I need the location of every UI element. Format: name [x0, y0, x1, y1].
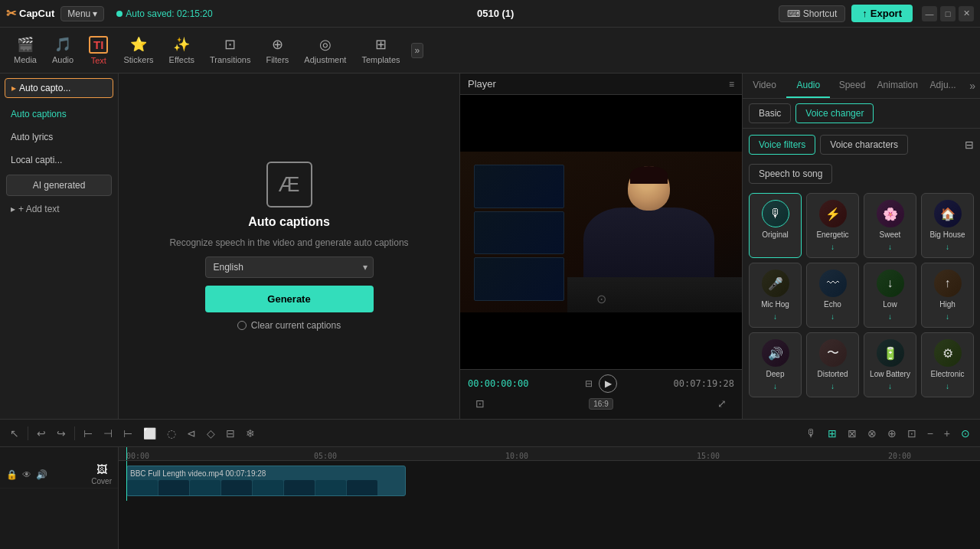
toolbar-more-button[interactable]: » — [411, 43, 424, 58]
voice-characters-button[interactable]: Voice characters — [820, 135, 908, 155]
tool-filters[interactable]: ⊕ Filters — [258, 33, 296, 67]
resize-icon[interactable]: ⊡ — [475, 397, 485, 410]
speech-to-song-button[interactable]: Speech to song — [749, 164, 832, 184]
tool-templates[interactable]: ⊞ Templates — [354, 33, 407, 67]
distorted-download-icon[interactable]: ↓ — [831, 382, 835, 391]
list-view-icon[interactable]: ⊟ — [585, 378, 593, 389]
separator1 — [28, 426, 28, 440]
mic-hog-download-icon[interactable]: ↓ — [773, 312, 777, 321]
big-house-download-icon[interactable]: ↓ — [946, 243, 949, 251]
close-button[interactable]: ✕ — [959, 6, 974, 21]
audio-mute-icon[interactable]: 🔊 — [36, 469, 47, 480]
auto-captions-description: Recognize speech in the video and genera… — [169, 237, 408, 250]
split-button[interactable]: ⊢ — [80, 425, 96, 442]
freeze-button[interactable]: ❄ — [242, 425, 259, 442]
tool-media[interactable]: 🎬 Media — [6, 33, 44, 67]
tool-text[interactable]: TI Text — [81, 33, 116, 68]
electronic-download-icon[interactable]: ↓ — [946, 382, 949, 391]
voice-card-echo[interactable]: 〰 Echo ↓ — [806, 263, 859, 328]
tool-audio[interactable]: 🎵 Audio — [44, 33, 81, 67]
crop-button[interactable]: ⊟ — [222, 425, 239, 442]
tab-adjustment[interactable]: Adju... — [921, 74, 965, 98]
player-menu-icon[interactable]: ≡ — [729, 79, 734, 90]
low-battery-download-icon[interactable]: ↓ — [888, 382, 892, 391]
lock-icon[interactable]: 🔒 — [6, 469, 18, 480]
tab-video[interactable]: Video — [743, 74, 786, 98]
voice-card-distorted[interactable]: 〜 Distorted ↓ — [806, 332, 859, 397]
voice-card-deep[interactable]: 🔊 Deep ↓ — [749, 332, 802, 397]
mask-button[interactable]: ◇ — [203, 425, 219, 442]
tool-stickers[interactable]: ⭐ Stickers — [116, 33, 161, 67]
delete-button[interactable]: ⬜ — [139, 425, 160, 442]
timeline-tracks: 00:00 05:00 10:00 15:00 20:00 BBC Full L… — [119, 447, 980, 549]
high-download-icon[interactable]: ↓ — [946, 312, 949, 321]
tool-adjustment[interactable]: ◎ Adjustment — [296, 33, 354, 67]
video-clip[interactable]: BBC Full Length video.mp4 00:07:19:28 — [126, 466, 406, 496]
voice-card-low[interactable]: ↓ Low ↓ — [864, 263, 916, 328]
minimize-button[interactable]: — — [922, 6, 937, 21]
magnet-icon[interactable]: ⊞ — [824, 425, 841, 442]
tool-transitions[interactable]: ⊡ Transitions — [202, 33, 258, 67]
export-button[interactable]: ↑ Export — [851, 5, 913, 22]
trim-start-button[interactable]: ⊣ — [100, 425, 116, 442]
voice-card-big-house[interactable]: 🏠 Big House ↓ — [921, 193, 974, 258]
sidebar-active-item[interactable]: ▸ Auto capto... — [5, 78, 113, 98]
menu-button[interactable]: Menu ▾ — [60, 6, 104, 21]
add-text-icon: ▸ — [11, 204, 15, 214]
play-button[interactable]: ▶ — [599, 374, 617, 393]
tool-effects[interactable]: ✨ Effects — [162, 33, 202, 67]
voice-card-energetic[interactable]: ⚡ Energetic ↓ — [806, 193, 859, 258]
sub-tab-voice-changer[interactable]: Voice changer — [795, 103, 874, 123]
voice-card-mic-hog[interactable]: 🎤 Mic Hog ↓ — [749, 263, 802, 328]
low-download-icon[interactable]: ↓ — [888, 312, 892, 321]
text-icon: TI — [89, 36, 108, 54]
shortcut-button[interactable]: ⌨ Shortcut — [779, 5, 846, 22]
tab-speed[interactable]: Speed — [830, 74, 874, 98]
sweet-download-icon[interactable]: ↓ — [888, 243, 892, 251]
fullscreen-button[interactable]: ⤢ — [717, 397, 727, 410]
animate-button[interactable]: ⊲ — [183, 425, 200, 442]
trim-end-button[interactable]: ⊢ — [119, 425, 136, 442]
generate-button[interactable]: Generate — [205, 286, 374, 312]
clear-captions-radio[interactable] — [237, 321, 247, 330]
echo-download-icon[interactable]: ↓ — [831, 312, 835, 321]
sidebar-item-auto-captions[interactable]: Auto captions — [0, 103, 118, 126]
zoom-out-button[interactable]: − — [923, 425, 937, 442]
zoom-in-button[interactable]: + — [940, 425, 954, 442]
deep-download-icon[interactable]: ↓ — [773, 382, 777, 391]
sidebar-item-auto-lyrics[interactable]: Auto lyrics — [0, 126, 118, 149]
tab-animation[interactable]: Animation — [874, 74, 921, 98]
cover-button[interactable]: 🖼 Cover — [91, 463, 112, 485]
language-select[interactable]: English Spanish French Chinese — [205, 257, 374, 278]
sub-tab-basic[interactable]: Basic — [749, 103, 791, 123]
player-header: Player ≡ — [460, 74, 742, 95]
sidebar-add-text[interactable]: ▸ + Add text — [0, 199, 118, 219]
voice-card-sweet[interactable]: 🌸 Sweet ↓ — [864, 193, 916, 258]
player-title: Player — [468, 78, 496, 90]
voice-filters-button[interactable]: Voice filters — [749, 135, 815, 155]
clear-captions-option[interactable]: Clear current captions — [237, 320, 341, 331]
tool-audio-label: Audio — [52, 55, 74, 64]
track-height-icon[interactable]: ⊠ — [844, 425, 861, 442]
filter-settings-icon[interactable]: ⊟ — [965, 139, 974, 151]
link-icon[interactable]: ⊗ — [864, 425, 880, 442]
voice-card-low-battery[interactable]: 🔋 Low Battery ↓ — [864, 332, 916, 397]
voice-card-original[interactable]: 🎙 Original — [749, 193, 802, 258]
sidebar-item-ai-generated[interactable]: AI generated — [6, 175, 112, 196]
frame-icon[interactable]: ⊡ — [903, 425, 920, 442]
tab-audio[interactable]: Audio — [786, 74, 830, 98]
cursor-tool[interactable]: ↖ — [6, 425, 23, 442]
restore-button[interactable]: □ — [940, 6, 956, 21]
split-track-icon[interactable]: ⊕ — [884, 425, 900, 442]
undo-button[interactable]: ↩ — [33, 425, 50, 442]
tabs-more-button[interactable]: » — [965, 74, 980, 98]
fit-button[interactable]: ⊙ — [957, 425, 974, 442]
voice-card-electronic[interactable]: ⚙ Electronic ↓ — [921, 332, 974, 397]
mic-button[interactable]: 🎙 — [802, 425, 821, 442]
redo-button[interactable]: ↪ — [53, 425, 70, 442]
energetic-download-icon[interactable]: ↓ — [831, 243, 835, 251]
eye-icon[interactable]: 👁 — [22, 469, 31, 480]
voice-card-high[interactable]: ↑ High ↓ — [921, 263, 974, 328]
transform-button[interactable]: ◌ — [163, 425, 180, 442]
sidebar-item-local-captions[interactable]: Local capti... — [0, 149, 118, 172]
